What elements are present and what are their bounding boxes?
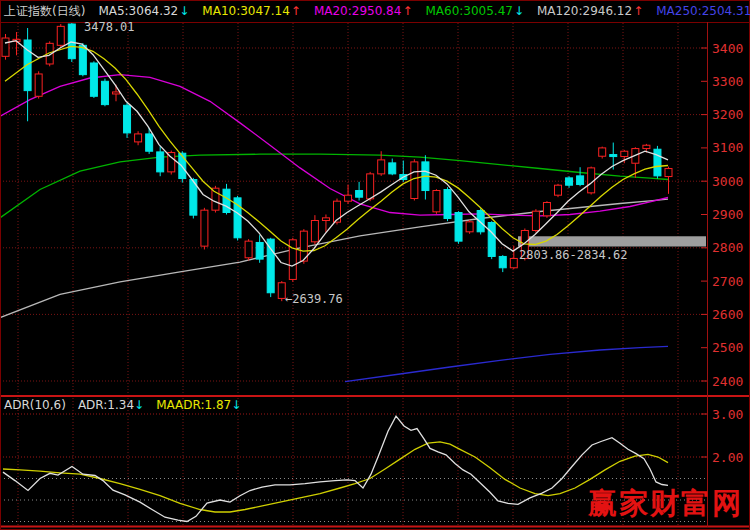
ma10-arrow-icon: ↑ <box>291 4 301 18</box>
stock-chart-window: 上证指数(日线) MA5:3064.32↓ MA10:3047.14↑ MA20… <box>0 0 750 530</box>
ma120-arrow-icon: ↑ <box>633 4 643 18</box>
ma5-readout: MA5:3064.32↓ <box>98 4 189 18</box>
ma20-readout: MA20:2950.84↑ <box>314 4 413 18</box>
ma20-arrow-icon: ↑ <box>402 4 412 18</box>
chart-canvas[interactable]: 3400330032003100300029002800270026002500… <box>0 0 750 530</box>
ma250-value: MA250:2504.31 <box>656 4 750 18</box>
svg-text:2400: 2400 <box>712 374 743 389</box>
ma-line-ma250 <box>345 346 668 381</box>
svg-text:2700: 2700 <box>712 274 743 289</box>
ma20-value: MA20:2950.84 <box>314 4 402 18</box>
ma-line-ma5 <box>5 41 668 266</box>
svg-text:2600: 2600 <box>712 307 743 322</box>
svg-text:3000: 3000 <box>712 174 743 189</box>
ma250-readout: MA250:2504.31↑ <box>656 4 750 18</box>
ma10-readout: MA10:3047.14↑ <box>202 4 301 18</box>
indicator-header: 上证指数(日线) MA5:3064.32↓ MA10:3047.14↑ MA20… <box>0 0 711 22</box>
ma120-readout: MA120:2946.12↑ <box>537 4 643 18</box>
ma60-value: MA60:3005.47 <box>425 4 513 18</box>
ma120-value: MA120:2946.12 <box>537 4 632 18</box>
adr-panel <box>0 398 707 525</box>
ma5-value: MA5:3064.32 <box>98 4 178 18</box>
candles <box>2 22 672 301</box>
ma60-readout: MA60:3005.47↓ <box>425 4 524 18</box>
ma10-value: MA10:3047.14 <box>202 4 290 18</box>
svg-text:2800: 2800 <box>712 240 743 255</box>
svg-text:2500: 2500 <box>712 340 743 355</box>
ma60-arrow-icon: ↓ <box>514 4 524 18</box>
svg-text:3300: 3300 <box>712 74 743 89</box>
svg-text:3100: 3100 <box>712 140 743 155</box>
svg-text:3200: 3200 <box>712 107 743 122</box>
svg-text:2.00: 2.00 <box>712 450 743 465</box>
symbol-title: 上证指数(日线) <box>4 3 85 20</box>
window-border <box>1 1 750 530</box>
svg-text:3.00: 3.00 <box>712 407 743 422</box>
svg-text:3400: 3400 <box>712 41 743 56</box>
ma5-arrow-icon: ↓ <box>179 4 189 18</box>
svg-text:2900: 2900 <box>712 207 743 222</box>
main-panel <box>0 22 707 395</box>
